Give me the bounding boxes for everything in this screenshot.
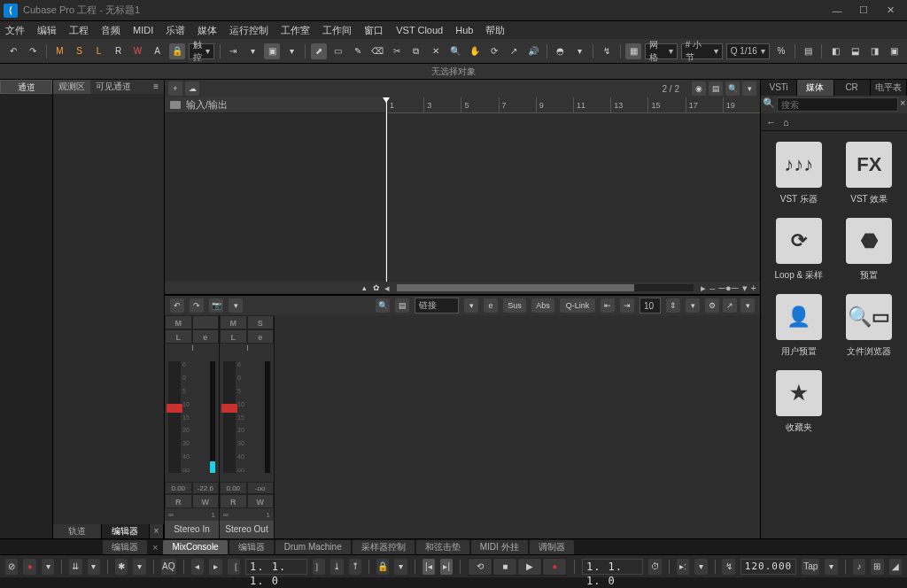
- automation-mode-dropdown[interactable]: 触控▾: [189, 43, 214, 59]
- state-l[interactable]: L: [91, 43, 107, 59]
- nav-home-icon[interactable]: ⌂: [783, 117, 789, 128]
- quantize-apply-icon[interactable]: %: [773, 43, 789, 59]
- constrain-icon[interactable]: ⊘: [5, 559, 18, 575]
- btab-chord[interactable]: 和弦击垫: [416, 540, 469, 554]
- menu-file[interactable]: 文件: [5, 24, 25, 37]
- color-tool-icon[interactable]: ◓: [552, 43, 568, 59]
- input-level-icon[interactable]: ◢: [889, 559, 902, 575]
- tracklist-settings-icon[interactable]: ✿: [372, 283, 381, 292]
- autoscroll-settings-icon[interactable]: ▾: [244, 43, 260, 59]
- punch-in-icon[interactable]: ⤓: [330, 559, 343, 575]
- marker-menu-icon[interactable]: ▾: [694, 559, 707, 575]
- btab-drum[interactable]: Drum Machine: [275, 540, 351, 554]
- tool-comp-icon[interactable]: ✋: [467, 43, 483, 59]
- mixer-snapshot-icon[interactable]: 📷: [209, 298, 223, 313]
- ch-mute[interactable]: M: [165, 315, 192, 329]
- media-search-input[interactable]: [777, 97, 898, 112]
- tool-play-icon[interactable]: 🔊: [525, 43, 541, 59]
- tool-line-icon[interactable]: ↗: [506, 43, 522, 59]
- search-clear-icon[interactable]: ×: [900, 97, 905, 112]
- menu-score[interactable]: 乐谱: [166, 24, 185, 37]
- ch-read[interactable]: R: [165, 494, 192, 508]
- hzoom-in-icon[interactable]: ▸: [701, 282, 706, 294]
- layout-icon-1[interactable]: ▤: [800, 43, 816, 59]
- btab-mixconsole[interactable]: MixConsole: [163, 540, 227, 554]
- mixer-settings-icon[interactable]: ⚙: [705, 298, 719, 313]
- menu-window[interactable]: 窗口: [364, 24, 384, 37]
- media-tile-fx[interactable]: FXVST 效果: [839, 142, 901, 205]
- tab-visible-channels[interactable]: 可见通道: [90, 80, 136, 94]
- punch-icon[interactable]: ⇊: [69, 559, 81, 575]
- maximize-button[interactable]: ☐: [850, 2, 877, 19]
- autoscroll-icon[interactable]: ⇥: [225, 43, 241, 59]
- tool-arrow-icon[interactable]: ⬈: [311, 43, 327, 59]
- state-m[interactable]: M: [52, 43, 68, 59]
- nav-back-icon[interactable]: ←: [766, 117, 776, 128]
- inspector-menu-icon[interactable]: ≡: [148, 80, 164, 94]
- menu-workspace[interactable]: 工作间: [322, 24, 352, 37]
- link-menu-icon[interactable]: ▾: [464, 298, 478, 313]
- menu-project[interactable]: 工程: [69, 24, 89, 37]
- tab-meter[interactable]: 电平表: [871, 80, 907, 96]
- btab-editor-first[interactable]: 编辑器: [103, 540, 147, 554]
- track-menu-icon[interactable]: ▾: [742, 81, 756, 96]
- record-menu-icon[interactable]: ▾: [42, 559, 54, 575]
- track-list-icon[interactable]: ▤: [709, 81, 723, 96]
- abs-button[interactable]: Abs: [531, 298, 554, 313]
- preroll-icon[interactable]: ⊞: [871, 559, 883, 575]
- menu-midi[interactable]: MIDI: [133, 25, 153, 35]
- metronome-setup-icon[interactable]: ✱: [115, 559, 128, 575]
- mixer-undo-icon[interactable]: ↶: [170, 298, 184, 313]
- ch-solo[interactable]: [192, 315, 220, 329]
- tab-media[interactable]: 媒体: [797, 80, 833, 96]
- tap-menu-icon[interactable]: ▾: [825, 559, 837, 575]
- link-dropdown[interactable]: 链接: [415, 298, 459, 313]
- btab-modulator[interactable]: 调制器: [530, 540, 574, 554]
- qlink-button[interactable]: Q-Link: [560, 298, 595, 313]
- zone-all-icon[interactable]: ▣: [886, 43, 902, 59]
- loc-bracket-icon[interactable]: ［: [228, 559, 240, 575]
- btab-editor[interactable]: 编辑器: [229, 540, 274, 554]
- snap-icon[interactable]: ▣: [264, 43, 280, 59]
- menu-help[interactable]: 帮助: [485, 24, 505, 37]
- lock-icon[interactable]: 🔒: [376, 559, 389, 575]
- media-tile-loop[interactable]: ⟳Loop & 采样: [768, 218, 830, 282]
- menu-transport[interactable]: 运行控制: [229, 24, 268, 37]
- ch-mute[interactable]: M: [220, 315, 247, 329]
- menu-studio[interactable]: 工作室: [281, 24, 310, 37]
- rewind-button[interactable]: ⟲: [469, 559, 492, 575]
- time-format-icon[interactable]: ⏱: [648, 559, 661, 575]
- zoom-minus-icon[interactable]: –: [709, 282, 715, 293]
- zone-right-icon[interactable]: ◨: [866, 43, 882, 59]
- media-tile-piano[interactable]: ♪♪♪VST 乐器: [768, 142, 830, 205]
- undo-button[interactable]: ↶: [5, 43, 21, 59]
- zoom-slider[interactable]: ─●─: [718, 282, 738, 293]
- zoom-narrow-icon[interactable]: ⇤: [601, 298, 615, 313]
- tracklist-divider-up-icon[interactable]: ▴: [360, 283, 368, 292]
- menu-edit[interactable]: 编辑: [37, 24, 57, 37]
- primary-time[interactable]: 1. 1. 1. 0: [582, 559, 644, 575]
- ch-write[interactable]: W: [247, 494, 275, 508]
- ch-name[interactable]: Stereo Out: [220, 521, 274, 538]
- zoom-fit-icon[interactable]: ⇕: [666, 298, 680, 313]
- tool-cut-icon[interactable]: ✂: [389, 43, 405, 59]
- btab-close-icon[interactable]: ×: [152, 542, 158, 553]
- zone-bottom-icon[interactable]: ⬓: [847, 43, 863, 59]
- grid-type-dropdown[interactable]: # 小节▾: [681, 43, 723, 59]
- tab-vsti[interactable]: VSTi: [761, 80, 797, 96]
- snap-type-dropdown[interactable]: 网格▾: [645, 43, 677, 59]
- link-e-icon[interactable]: e: [484, 298, 498, 313]
- metronome-menu-icon[interactable]: ▾: [133, 559, 145, 575]
- record-button[interactable]: ●: [543, 559, 566, 575]
- menu-media[interactable]: 媒体: [198, 24, 217, 37]
- media-tile-user[interactable]: 👤用户预置: [768, 294, 830, 358]
- tool-mute-icon[interactable]: ✕: [428, 43, 444, 59]
- play-button[interactable]: ▶: [518, 559, 541, 575]
- snap-settings-icon[interactable]: ▾: [283, 43, 299, 59]
- tool-glue-icon[interactable]: ⧉: [408, 43, 424, 59]
- channel-0[interactable]: M Le 6051015203040oo 0.00-22.6 RW ∞1 Ste…: [165, 315, 220, 538]
- menu-vstcloud[interactable]: VST Cloud: [396, 25, 443, 35]
- loc-right-icon[interactable]: ▸: [209, 559, 221, 575]
- media-tile-preset[interactable]: ⬣预置: [839, 218, 901, 282]
- aq-button[interactable]: AQ: [161, 559, 176, 575]
